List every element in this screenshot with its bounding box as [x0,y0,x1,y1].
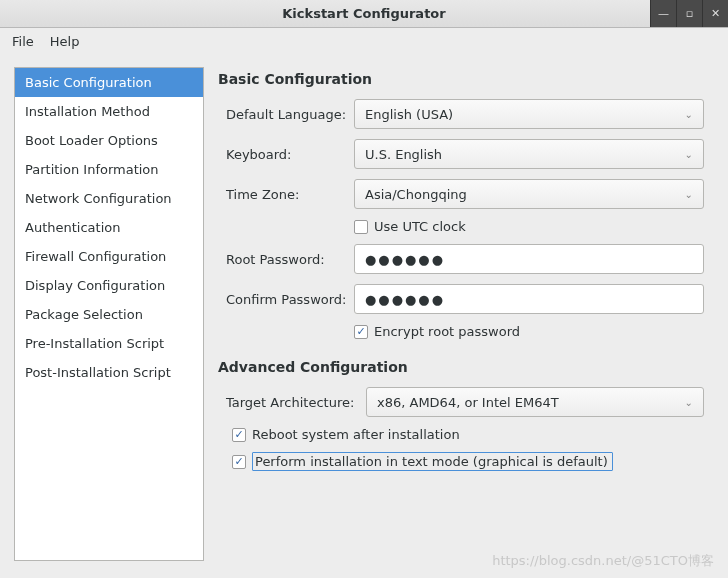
sidebar-item-post-installation-script[interactable]: Post-Installation Script [15,358,203,387]
dropdown-value: x86, AMD64, or Intel EM64T [377,395,559,410]
chevron-down-icon: ⌄ [685,189,693,200]
minimize-button[interactable]: — [650,0,676,27]
label-utc: Use UTC clock [374,219,466,234]
dropdown-value: U.S. English [365,147,442,162]
password-masked: ●●●●●● [365,292,445,307]
checkbox-textmode[interactable] [232,455,246,469]
label-confirm-password: Confirm Password: [226,292,354,307]
sidebar-item-boot-loader-options[interactable]: Boot Loader Options [15,126,203,155]
checkbox-reboot[interactable] [232,428,246,442]
sidebar-item-basic-configuration[interactable]: Basic Configuration [15,68,203,97]
dropdown-default-language[interactable]: English (USA) ⌄ [354,99,704,129]
label-root-password: Root Password: [226,252,354,267]
menu-help[interactable]: Help [50,34,80,49]
label-keyboard: Keyboard: [226,147,354,162]
sidebar-item-firewall-configuration[interactable]: Firewall Configuration [15,242,203,271]
checkbox-encrypt-root[interactable] [354,325,368,339]
sidebar-item-authentication[interactable]: Authentication [15,213,203,242]
input-confirm-password[interactable]: ●●●●●● [354,284,704,314]
sidebar-item-display-configuration[interactable]: Display Configuration [15,271,203,300]
window-controls: — ▫ ✕ [650,0,728,27]
chevron-down-icon: ⌄ [685,109,693,120]
label-reboot: Reboot system after installation [252,427,460,442]
section-title-basic: Basic Configuration [218,71,704,87]
label-encrypt-root: Encrypt root password [374,324,520,339]
dropdown-value: Asia/Chongqing [365,187,467,202]
chevron-down-icon: ⌄ [685,397,693,408]
maximize-button[interactable]: ▫ [676,0,702,27]
close-button[interactable]: ✕ [702,0,728,27]
window-title: Kickstart Configurator [282,6,445,21]
password-masked: ●●●●●● [365,252,445,267]
sidebar: Basic Configuration Installation Method … [14,67,204,561]
dropdown-value: English (USA) [365,107,453,122]
sidebar-item-installation-method[interactable]: Installation Method [15,97,203,126]
label-time-zone: Time Zone: [226,187,354,202]
section-title-advanced: Advanced Configuration [218,359,704,375]
sidebar-item-partition-information[interactable]: Partition Information [15,155,203,184]
content-panel: Basic Configuration Default Language: En… [218,67,714,561]
dropdown-timezone[interactable]: Asia/Chongqing ⌄ [354,179,704,209]
input-root-password[interactable]: ●●●●●● [354,244,704,274]
label-default-language: Default Language: [226,107,354,122]
dropdown-target-architecture[interactable]: x86, AMD64, or Intel EM64T ⌄ [366,387,704,417]
watermark: https://blog.csdn.net/@51CTO博客 [492,552,714,570]
label-target-architecture: Target Architecture: [226,395,366,410]
sidebar-item-network-configuration[interactable]: Network Configuration [15,184,203,213]
sidebar-item-pre-installation-script[interactable]: Pre-Installation Script [15,329,203,358]
menu-file[interactable]: File [12,34,34,49]
menubar: File Help [0,28,728,55]
chevron-down-icon: ⌄ [685,149,693,160]
checkbox-utc[interactable] [354,220,368,234]
titlebar: Kickstart Configurator — ▫ ✕ [0,0,728,28]
dropdown-keyboard[interactable]: U.S. English ⌄ [354,139,704,169]
label-textmode: Perform installation in text mode (graph… [252,452,613,471]
sidebar-item-package-selection[interactable]: Package Selection [15,300,203,329]
